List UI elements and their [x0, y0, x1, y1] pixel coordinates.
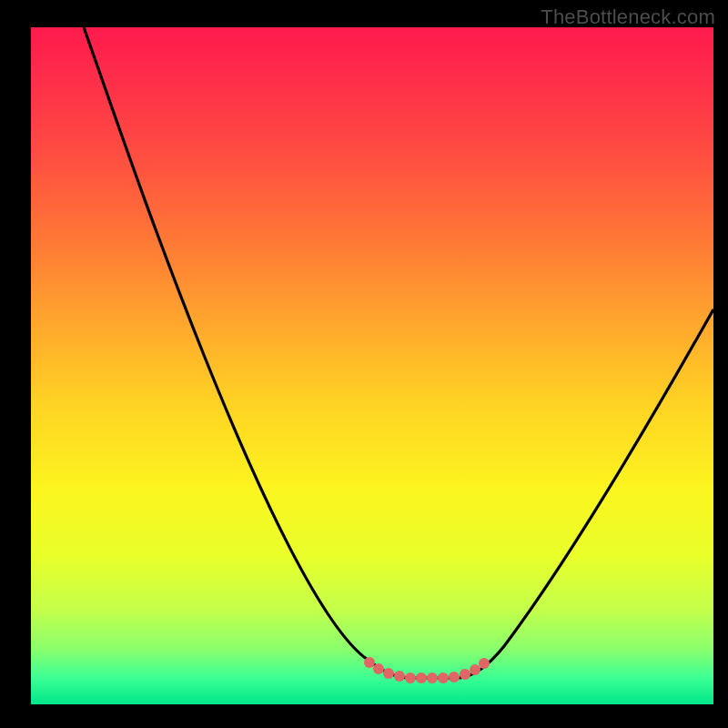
plot-area — [31, 27, 713, 704]
svg-point-5 — [416, 672, 427, 683]
watermark-text: TheBottleneck.com — [541, 5, 715, 29]
svg-point-8 — [449, 672, 460, 682]
svg-point-3 — [394, 671, 405, 682]
optimal-range-dots — [364, 657, 490, 683]
svg-point-4 — [405, 672, 416, 683]
bottleneck-curve — [31, 27, 713, 704]
chart-frame: TheBottleneck.com — [0, 0, 728, 728]
svg-point-1 — [373, 663, 384, 674]
svg-point-10 — [470, 664, 480, 675]
svg-point-9 — [460, 669, 470, 680]
svg-point-0 — [364, 657, 375, 668]
svg-point-11 — [479, 658, 490, 669]
curve-path — [84, 27, 713, 678]
svg-point-2 — [383, 668, 394, 679]
svg-point-7 — [438, 672, 449, 683]
svg-point-6 — [427, 672, 438, 683]
